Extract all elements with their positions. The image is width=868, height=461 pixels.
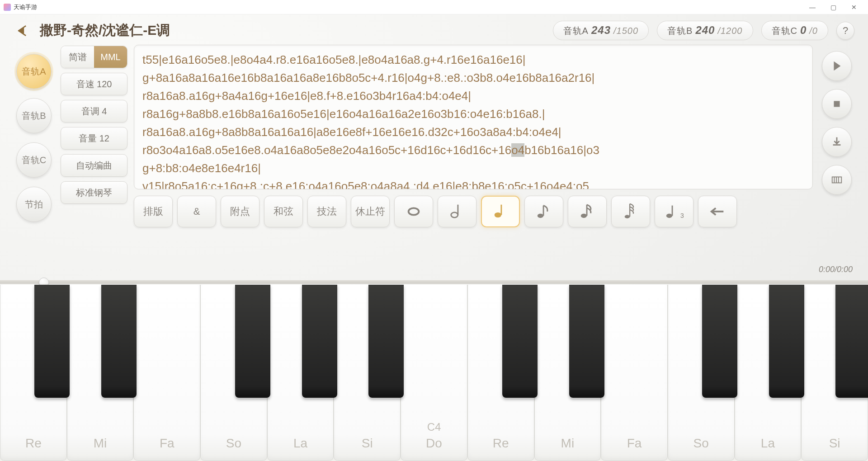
track-c-label: 音轨C	[772, 25, 797, 37]
chord-button[interactable]: 和弦	[264, 196, 303, 227]
format-button[interactable]: 排版	[134, 196, 173, 227]
ampersand-button[interactable]: &	[177, 196, 216, 227]
black-key-2[interactable]	[235, 285, 270, 398]
notation-tabs: 简谱 MML	[61, 46, 127, 68]
black-key-8[interactable]	[769, 285, 804, 398]
black-key-3[interactable]	[302, 285, 337, 398]
white-key-label: Mi	[67, 436, 133, 451]
header-bar: 撒野-奇然/沈谧仁-E调 音轨A 243 /1500 音轨B 240 /1200…	[0, 14, 868, 45]
playback-time: 0:00/0:00	[819, 265, 853, 274]
black-key-6[interactable]	[569, 285, 604, 398]
white-key-do-6[interactable]: DoC4	[401, 285, 467, 461]
svg-point-0	[409, 208, 419, 215]
white-key-label: Fa	[134, 436, 200, 451]
maximize-button[interactable]: ▢	[823, 0, 844, 14]
svg-point-7	[581, 214, 587, 218]
editor-area: t55|e16a16o5e8.|e8o4a4.r8.e16a16o5e8.|e8…	[134, 45, 813, 227]
dotted-button[interactable]: 附点	[221, 196, 259, 227]
sixteenth-note-button[interactable]	[568, 196, 607, 227]
thirtysecond-note-button[interactable]	[611, 196, 650, 227]
minimize-button[interactable]: —	[802, 0, 823, 14]
close-button[interactable]: ✕	[844, 0, 864, 14]
white-key-label: Fa	[601, 436, 667, 451]
stop-button[interactable]	[822, 89, 852, 119]
backspace-button[interactable]	[698, 196, 737, 227]
track-c-button[interactable]: 音轨C	[16, 142, 52, 178]
progress-slider-track[interactable]	[0, 280, 868, 284]
white-key-label: Re	[468, 436, 534, 451]
technique-button[interactable]: 技法	[307, 196, 346, 227]
song-title: 撒野-奇然/沈谧仁-E调	[40, 21, 545, 40]
key-button[interactable]: 音调 4	[61, 100, 127, 122]
white-key-label: So	[668, 436, 734, 451]
track-c-current: 0	[800, 24, 807, 37]
svg-point-3	[495, 212, 501, 217]
download-button[interactable]	[822, 127, 852, 157]
track-b-label: 音轨B	[667, 25, 693, 37]
white-key-label: La	[735, 436, 801, 451]
app-icon	[4, 4, 11, 11]
white-key-label: La	[268, 436, 334, 451]
white-key-label: So	[201, 436, 267, 451]
svg-point-9	[625, 215, 630, 219]
keyboard-view-button[interactable]	[822, 165, 852, 195]
track-a-label: 音轨A	[563, 25, 589, 37]
svg-point-11	[666, 214, 672, 218]
track-a-counter[interactable]: 音轨A 243 /1500	[553, 21, 649, 40]
track-selector-column: 音轨A 音轨B 音轨C 节拍	[14, 45, 54, 227]
black-key-9[interactable]	[835, 285, 868, 398]
white-key-label: Do	[401, 436, 467, 451]
help-button[interactable]: ?	[836, 22, 854, 40]
track-b-max: /1200	[717, 26, 742, 36]
white-key-fa-9[interactable]: Fa	[601, 285, 668, 461]
note-toolbar: 排版 & 附点 和弦 技法 休止符 3	[134, 196, 813, 227]
play-button[interactable]	[822, 51, 852, 81]
playback-column	[819, 45, 854, 227]
track-b-counter[interactable]: 音轨B 240 /1200	[657, 21, 753, 40]
parameter-column: 简谱 MML 音速 120 音调 4 音量 12 自动编曲 标准钢琴	[61, 45, 127, 227]
notation-tab-jianpu[interactable]: 简谱	[61, 46, 94, 68]
black-key-7[interactable]	[702, 285, 737, 398]
c4-label: C4	[401, 421, 467, 433]
app-title: 天谕手游	[14, 3, 802, 11]
track-a-current: 243	[591, 24, 611, 37]
white-key-fa-2[interactable]: Fa	[133, 285, 200, 461]
back-button[interactable]	[14, 22, 32, 40]
eighth-note-button[interactable]	[524, 196, 563, 227]
track-c-max: /0	[809, 26, 818, 36]
black-key-4[interactable]	[368, 285, 404, 398]
svg-rect-14	[834, 101, 840, 107]
track-c-counter[interactable]: 音轨C 0 /0	[761, 21, 829, 40]
svg-point-5	[538, 214, 543, 218]
white-key-label: Si	[334, 436, 400, 451]
window-titlebar: 天谕手游 — ▢ ✕	[0, 0, 868, 14]
track-b-button[interactable]: 音轨B	[16, 98, 52, 133]
white-key-label: Mi	[535, 436, 601, 451]
triplet-note-button[interactable]: 3	[655, 196, 693, 227]
rest-button[interactable]: 休止符	[351, 196, 390, 227]
half-note-button[interactable]	[438, 196, 476, 227]
mml-textarea[interactable]: t55|e16a16o5e8.|e8o4a4.r8.e16a16o5e8.|e8…	[134, 45, 813, 189]
black-key-5[interactable]	[502, 285, 538, 398]
track-a-button[interactable]: 音轨A	[16, 54, 52, 89]
tempo-button[interactable]: 节拍	[16, 187, 52, 222]
track-a-max: /1500	[613, 26, 638, 36]
svg-point-1	[451, 212, 458, 217]
black-key-1[interactable]	[101, 285, 137, 398]
track-b-current: 240	[695, 24, 715, 37]
whole-note-button[interactable]	[394, 196, 433, 227]
white-key-label: Re	[0, 436, 66, 451]
volume-button[interactable]: 音量 12	[61, 127, 127, 150]
instrument-button[interactable]: 标准钢琴	[61, 181, 127, 204]
notation-tab-mml[interactable]: MML	[94, 46, 127, 68]
auto-compose-button[interactable]: 自动编曲	[61, 154, 127, 177]
quarter-note-button[interactable]	[481, 196, 520, 227]
white-key-label: Si	[802, 436, 868, 451]
speed-button[interactable]: 音速 120	[61, 73, 127, 95]
black-key-0[interactable]	[34, 285, 70, 398]
